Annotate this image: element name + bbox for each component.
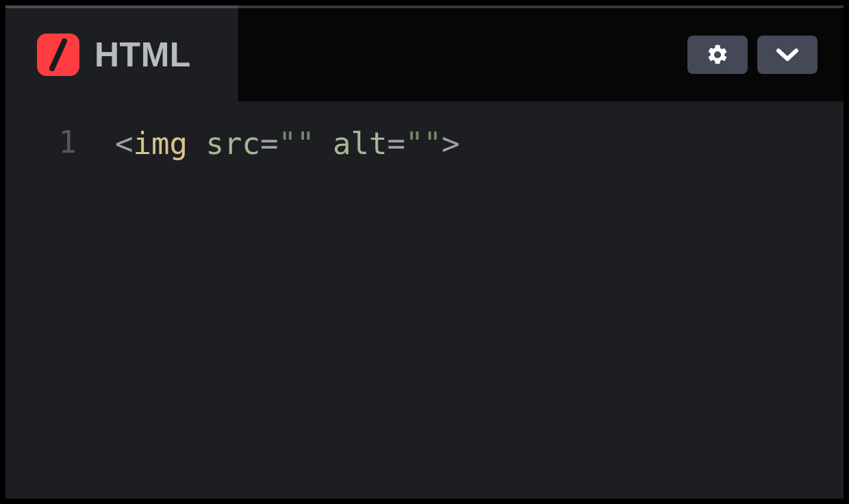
code-token: < — [115, 126, 134, 161]
editor-panel: HTML 1 <img src="" alt=""> — [5, 5, 844, 499]
html-logo-icon — [37, 34, 79, 76]
line-number-gutter: 1 — [5, 121, 115, 499]
code-token: > — [442, 126, 460, 161]
code-token — [188, 126, 206, 161]
code-token: alt — [333, 126, 387, 161]
header-spacer — [238, 8, 687, 101]
code-token: "" — [278, 126, 314, 161]
code-token: src — [205, 126, 259, 161]
code-line[interactable]: <img src="" alt=""> — [115, 125, 844, 162]
code-token: = — [387, 126, 405, 161]
collapse-button[interactable] — [757, 36, 818, 74]
line-number: 1 — [5, 125, 77, 160]
tab-title: HTML — [94, 35, 191, 75]
code-content[interactable]: <img src="" alt=""> — [115, 121, 844, 499]
code-editor[interactable]: 1 <img src="" alt=""> — [5, 101, 844, 499]
code-token — [314, 126, 333, 161]
code-token: "" — [405, 126, 442, 161]
code-token: img — [134, 126, 188, 161]
tab-html[interactable]: HTML — [5, 8, 238, 101]
code-token: = — [260, 126, 279, 161]
gear-icon — [706, 43, 729, 66]
panel-header: HTML — [5, 8, 844, 101]
svg-line-0 — [52, 41, 64, 68]
chevron-down-icon — [774, 47, 800, 63]
settings-button[interactable] — [687, 36, 748, 74]
header-actions — [687, 8, 844, 101]
